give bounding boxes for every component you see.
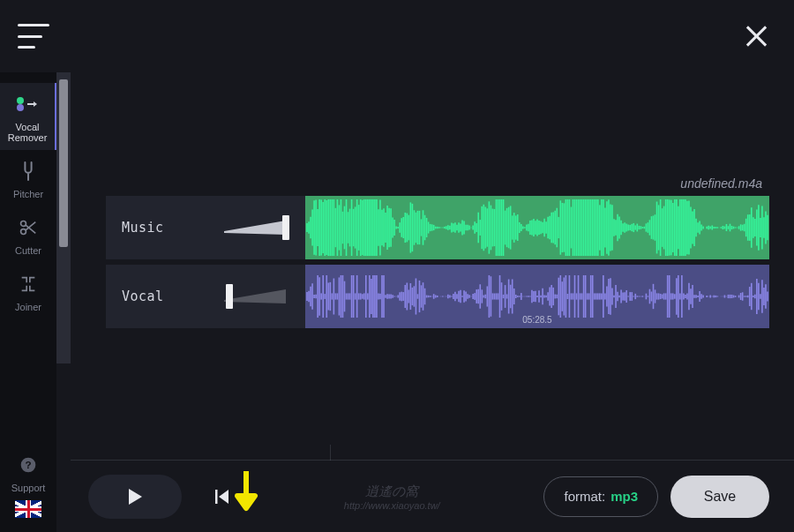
sidebar-item-label: Pitcher [13, 189, 43, 199]
svg-marker-528 [129, 489, 142, 505]
sidebar-item-label: Support [11, 483, 46, 493]
sidebar-item-label: Joiner [15, 302, 41, 312]
controls-bar: 逍遙の窩 http://www.xiaoyao.tw/ format: mp3 … [71, 460, 794, 532]
sidebar-item-vocal-remover[interactable]: Vocal Remover [0, 83, 56, 150]
track-music-label: Music [122, 220, 213, 236]
tuning-fork-icon [16, 159, 41, 184]
close-button[interactable] [743, 23, 769, 49]
svg-marker-530 [219, 490, 228, 504]
main-panel: undefined.m4a Music Vocal [71, 72, 794, 532]
sidebar-item-support[interactable]: ? Support [0, 444, 56, 500]
scrollbar-thumb[interactable] [59, 79, 68, 247]
play-button[interactable] [88, 475, 182, 519]
svg-marker-6 [224, 221, 286, 235]
track-vocal-header: Vocal [106, 265, 305, 328]
save-button[interactable]: Save [670, 476, 769, 518]
skip-start-icon [214, 489, 230, 505]
scissors-icon [16, 215, 41, 240]
track-music: Music [106, 196, 769, 259]
track-music-header: Music [106, 196, 305, 259]
svg-marker-267 [224, 289, 286, 303]
format-label: format: [564, 489, 605, 504]
watermark: 逍遙の窩 http://www.xiaoyao.tw/ [344, 483, 440, 510]
svg-point-0 [17, 97, 24, 104]
help-icon: ? [16, 453, 41, 477]
sidebar: Vocal Remover Pitcher Cutter Joiner [0, 72, 56, 532]
music-volume-slider[interactable] [224, 216, 293, 239]
vocal-waveform[interactable]: 05:28.5 [305, 265, 769, 328]
svg-text:?: ? [25, 459, 31, 470]
svg-rect-529 [215, 490, 218, 504]
svg-point-1 [17, 104, 24, 111]
language-flag-uk[interactable] [15, 500, 41, 518]
sidebar-scrollbar[interactable] [56, 72, 71, 363]
sidebar-item-label: Vocal Remover [0, 122, 55, 143]
track-vocal: Vocal 05:28.5 [106, 265, 769, 328]
joiner-icon [16, 272, 41, 296]
music-waveform[interactable] [305, 196, 769, 259]
sidebar-item-joiner[interactable]: Joiner [0, 263, 56, 319]
track-vocal-label: Vocal [122, 288, 213, 304]
filename-label: undefined.m4a [106, 176, 769, 191]
sidebar-item-label: Cutter [15, 245, 41, 256]
vocal-volume-slider[interactable] [224, 285, 293, 308]
format-value: mp3 [610, 489, 638, 504]
time-marker: 05:28.5 [522, 315, 551, 325]
vocal-remover-icon [15, 92, 40, 116]
sidebar-item-cutter[interactable]: Cutter [0, 206, 56, 263]
play-icon [127, 488, 143, 506]
sidebar-item-pitcher[interactable]: Pitcher [0, 150, 56, 206]
restart-button[interactable] [205, 479, 240, 514]
menu-toggle[interactable] [18, 24, 49, 49]
format-selector[interactable]: format: mp3 [543, 476, 658, 517]
